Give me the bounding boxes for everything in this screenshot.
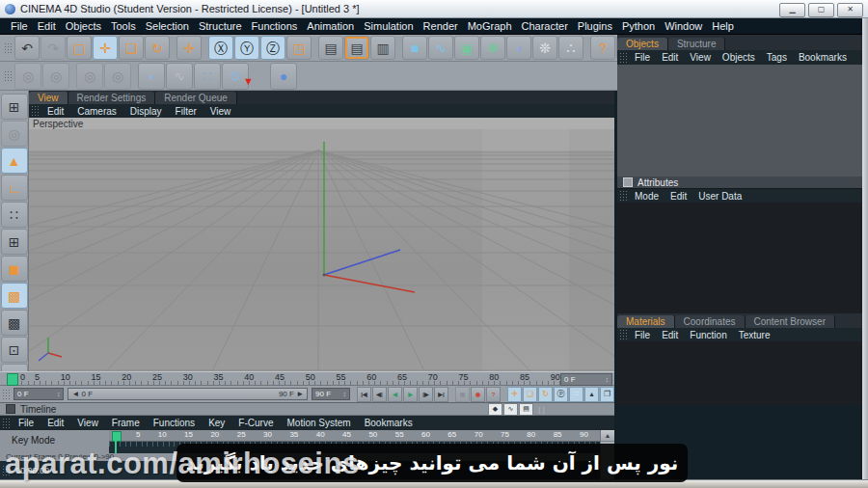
- timeline-motion-icon[interactable]: [ ]: [534, 403, 549, 416]
- drag-handle-icon[interactable]: [619, 190, 627, 202]
- points-mode-icon[interactable]: ∷: [1, 202, 28, 228]
- toolbar-separator[interactable]: [584, 37, 589, 59]
- keyframe-selection-button[interactable]: ❐: [600, 387, 614, 402]
- menu-item[interactable]: Edit: [665, 191, 692, 202]
- toolbar-separator[interactable]: [132, 64, 137, 89]
- key-pla-toggle[interactable]: ∷: [569, 387, 583, 402]
- record-key-button[interactable]: ▣: [455, 387, 470, 402]
- scale-tool-icon[interactable]: ❏: [119, 36, 144, 60]
- render-settings-icon[interactable]: ▥: [370, 36, 395, 60]
- drag-handle-icon[interactable]: [4, 70, 12, 82]
- lock-x-axis-icon[interactable]: Ⓧ: [208, 36, 233, 60]
- menu-item[interactable]: Selection: [141, 20, 194, 32]
- drag-handle-icon[interactable]: [2, 418, 10, 429]
- modeling-dim-icon-4[interactable]: ◎: [104, 63, 131, 90]
- menu-item[interactable]: Display: [123, 106, 169, 117]
- menu-item[interactable]: Python: [617, 20, 660, 32]
- menu-item[interactable]: Bookmarks: [358, 418, 420, 428]
- autokey-help-button[interactable]: ?: [486, 387, 501, 402]
- modeling-dim-icon-3[interactable]: ◎: [76, 63, 103, 90]
- goto-end-button[interactable]: ▶|: [434, 387, 448, 402]
- menu-item[interactable]: Frame: [105, 418, 147, 428]
- deformer-icon[interactable]: ◖: [506, 36, 531, 60]
- menu-item[interactable]: Simulation: [359, 20, 418, 32]
- menu-item[interactable]: View: [70, 418, 105, 428]
- menu-item[interactable]: Objects: [717, 52, 761, 63]
- particles-icon[interactable]: ∴: [558, 36, 583, 60]
- texture-mode-icon[interactable]: ▩: [1, 310, 28, 336]
- menu-item[interactable]: View: [203, 106, 238, 117]
- menu-item[interactable]: Edit: [41, 106, 70, 117]
- menu-item[interactable]: File: [6, 20, 33, 32]
- tab-render-queue[interactable]: Render Queue: [155, 92, 237, 104]
- play-forward-button[interactable]: ▶: [403, 387, 418, 402]
- menu-item[interactable]: Render: [419, 20, 463, 32]
- objects-list-area[interactable]: [617, 65, 863, 176]
- tab-objects[interactable]: Objects: [617, 38, 668, 50]
- menu-item[interactable]: Edit: [33, 20, 61, 32]
- key-rotation-toggle[interactable]: ↻: [538, 387, 553, 402]
- live-selection-icon[interactable]: ▢: [67, 36, 92, 60]
- menu-item[interactable]: Tags: [761, 52, 793, 63]
- drag-handle-icon[interactable]: [2, 389, 10, 400]
- menu-item[interactable]: Objects: [61, 20, 106, 32]
- menu-item[interactable]: Animation: [302, 20, 359, 32]
- dynamics-spheres-icon[interactable]: ●: [270, 63, 297, 90]
- menu-item[interactable]: Mode: [629, 191, 665, 202]
- workplane-mode-icon[interactable]: ⊡: [1, 337, 28, 363]
- spinner-icon[interactable]: ↕: [57, 391, 61, 397]
- close-button[interactable]: ✕: [837, 3, 863, 17]
- add-null-icon[interactable]: ▣: [454, 36, 479, 60]
- playhead-marker[interactable]: [7, 373, 18, 386]
- next-frame-button[interactable]: |▶: [419, 387, 433, 402]
- tab-materials[interactable]: Materials: [617, 315, 675, 328]
- current-frame-box[interactable]: 0 F ↕: [560, 373, 612, 386]
- goto-start-button[interactable]: |◀: [357, 387, 371, 402]
- toolbar-separator[interactable]: [70, 64, 75, 89]
- drag-handle-icon[interactable]: [4, 42, 12, 54]
- frame-ruler[interactable]: 0 51015202530354045505560657075808590 0 …: [0, 371, 614, 386]
- scroll-up-icon[interactable]: ▲: [601, 430, 614, 442]
- move-tool-icon[interactable]: ✛: [93, 36, 118, 60]
- menu-item[interactable]: Edit: [41, 418, 70, 428]
- lock-z-axis-icon[interactable]: Ⓩ: [260, 36, 285, 60]
- menu-item[interactable]: Texture: [733, 330, 776, 340]
- menu-item[interactable]: Key: [202, 418, 231, 428]
- menu-item[interactable]: User Data: [692, 191, 747, 202]
- axis-mode-icon[interactable]: ∟: [1, 175, 28, 201]
- toolbar-separator[interactable]: [203, 37, 207, 59]
- prev-frame-button[interactable]: ◀|: [372, 387, 387, 402]
- drag-handle-icon[interactable]: [619, 52, 627, 64]
- menu-item[interactable]: MoGraph: [463, 20, 517, 32]
- help-pick-icon[interactable]: ?: [590, 36, 615, 60]
- make-editable-icon[interactable]: ⊞: [1, 94, 28, 120]
- menu-item[interactable]: F-Curve: [231, 418, 280, 428]
- modeling-dim-icon-2[interactable]: ◎: [42, 63, 69, 90]
- render-view-icon[interactable]: ▤: [318, 36, 343, 60]
- key-filter-toggle[interactable]: ▴: [584, 387, 599, 402]
- menu-item[interactable]: Tools: [106, 20, 141, 32]
- edges-mode-icon[interactable]: ⊞: [1, 229, 28, 255]
- lock-y-axis-icon[interactable]: Ⓨ: [234, 36, 259, 60]
- rotate-tool-icon[interactable]: ↻: [145, 36, 170, 60]
- menu-item[interactable]: File: [12, 418, 41, 428]
- toolbar-separator[interactable]: [396, 37, 401, 59]
- timeline-fcurve-icon[interactable]: ∿: [503, 403, 518, 416]
- timeline-playhead-marker[interactable]: [112, 431, 122, 442]
- materials-content-area[interactable]: [617, 341, 863, 405]
- spline-wire-icon[interactable]: ∿: [166, 63, 193, 90]
- model-mode-icon[interactable]: ◎: [1, 121, 28, 147]
- current-frame-field[interactable]: 0 F ↕: [14, 388, 64, 400]
- menu-item[interactable]: Motion System: [280, 418, 357, 428]
- key-scale-toggle[interactable]: ❏: [523, 387, 537, 402]
- menu-item[interactable]: Bookmarks: [793, 52, 853, 63]
- attributes-content-area[interactable]: [617, 203, 863, 313]
- menu-item[interactable]: Edit: [656, 52, 684, 63]
- menu-item[interactable]: Cameras: [70, 106, 123, 117]
- drag-handle-icon[interactable]: [31, 105, 39, 117]
- menu-item[interactable]: Help: [707, 20, 739, 32]
- menu-item[interactable]: Edit: [656, 330, 684, 340]
- menu-item[interactable]: View: [684, 52, 717, 63]
- menu-item[interactable]: Filter: [169, 106, 203, 117]
- menu-item[interactable]: Function: [684, 330, 732, 340]
